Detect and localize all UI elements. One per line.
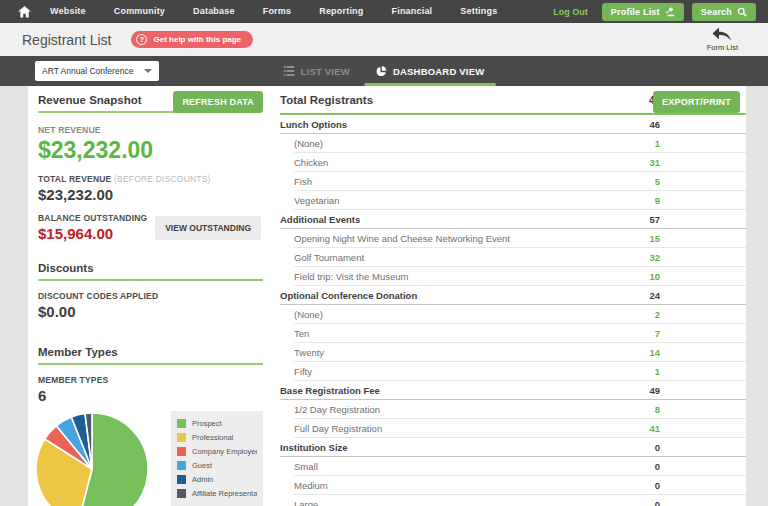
row-label: Fish	[280, 176, 640, 187]
legend-item: Prospect	[177, 419, 257, 428]
member-types-label: MEMBER TYPES	[38, 375, 266, 385]
total-revenue-label-text: TOTAL REVENUE	[38, 174, 111, 184]
table-row: Medium0	[280, 476, 746, 495]
discount-codes-value: $0.00	[38, 303, 266, 320]
row-label: Twenty	[280, 347, 640, 358]
row-count: 41	[640, 423, 660, 434]
table-row: (None)1	[280, 134, 746, 153]
search-button[interactable]: Search	[692, 3, 756, 21]
question-icon: ?	[136, 34, 147, 45]
row-label: (None)	[280, 309, 640, 320]
pie-legend: ProspectProfessionalCompany EmployeeGues…	[171, 411, 263, 506]
top-nav-bar: WebsiteCommunityDatabaseFormsReportingFi…	[0, 0, 768, 23]
form-list-action[interactable]: Form List	[707, 26, 738, 52]
total-revenue-note: (BEFORE DISCOUNTS)	[114, 174, 211, 184]
member-types-pie[interactable]	[32, 409, 152, 506]
legend-label: Company Employee	[192, 447, 257, 456]
pie-chart-icon	[376, 66, 387, 77]
net-revenue-label: NET REVENUE	[38, 125, 266, 135]
table-row: Large0	[280, 495, 746, 506]
nav-item-reporting[interactable]: Reporting	[305, 0, 377, 23]
row-count: 9	[640, 195, 660, 206]
table-row: Twenty14	[280, 343, 746, 362]
form-selector-value: ART Annual Conference	[42, 66, 133, 76]
row-label: Golf Tournament	[280, 252, 640, 263]
row-label: Base Registration Fee	[280, 385, 640, 396]
total-revenue-value: $23,232.00	[38, 186, 266, 203]
page-title: Registrant List	[22, 32, 111, 48]
row-label: Lunch Options	[280, 119, 640, 130]
nav-item-database[interactable]: Database	[179, 0, 249, 23]
nav-item-settings[interactable]: Settings	[446, 0, 511, 23]
help-badge[interactable]: ? Get help with this page	[131, 31, 253, 48]
legend-item: Professional	[177, 433, 257, 442]
export-print-button[interactable]: EXPORT/PRINT	[653, 91, 740, 113]
member-types-count: 6	[38, 387, 266, 404]
refresh-data-button[interactable]: REFRESH DATA	[173, 91, 263, 113]
discounts-title: Discounts	[38, 262, 263, 281]
row-label: 1/2 Day Registration	[280, 404, 640, 415]
table-row: (None)2	[280, 305, 746, 324]
form-list-label: Form List	[707, 43, 738, 52]
help-badge-label: Get help with this page	[153, 35, 241, 44]
row-count: 46	[640, 119, 660, 130]
home-icon[interactable]	[12, 6, 36, 18]
row-label: Opening Night Wine and Cheese Networking…	[280, 233, 640, 244]
tab-dashboard-view-label: DASHBOARD VIEW	[393, 66, 484, 77]
row-count: 15	[640, 233, 660, 244]
table-row: Small0	[280, 457, 746, 476]
row-count: 0	[640, 499, 660, 506]
table-row: Golf Tournament32	[280, 248, 746, 267]
nav-item-website[interactable]: Website	[36, 0, 100, 23]
row-label: Full Day Registration	[280, 423, 640, 434]
tab-list-view[interactable]: LIST VIEW	[273, 56, 361, 86]
left-panel: REFRESH DATA Revenue Snapshot NET REVENU…	[28, 86, 266, 506]
row-count: 0	[640, 442, 660, 453]
row-label: Chicken	[280, 157, 640, 168]
table-row: Lunch Options46	[280, 115, 746, 134]
form-selector[interactable]: ART Annual Conference	[35, 61, 159, 81]
back-arrow-icon	[712, 26, 732, 42]
legend-item: Admin	[177, 475, 257, 484]
row-count: 7	[640, 328, 660, 339]
row-count: 49	[640, 385, 660, 396]
total-revenue-label: TOTAL REVENUE (BEFORE DISCOUNTS)	[38, 174, 266, 184]
table-row: Fifty1	[280, 362, 746, 381]
table-row: Fish5	[280, 172, 746, 191]
page-header: Registrant List ? Get help with this pag…	[0, 23, 768, 56]
chevron-down-icon	[144, 69, 152, 73]
legend-swatch	[177, 489, 186, 498]
table-row: Vegetarian9	[280, 191, 746, 210]
table-row: Chicken31	[280, 153, 746, 172]
log-out-link[interactable]: Log Out	[553, 7, 588, 17]
row-label: Optional Conference Donation	[280, 290, 640, 301]
row-count: 1	[640, 138, 660, 149]
legend-swatch	[177, 447, 186, 456]
legend-item: Guest	[177, 461, 257, 470]
row-count: 0	[640, 480, 660, 491]
nav-right: Log Out Profile List Search	[553, 3, 756, 21]
row-count: 57	[640, 214, 660, 225]
nav-items: WebsiteCommunityDatabaseFormsReportingFi…	[36, 0, 511, 23]
row-count: 2	[640, 309, 660, 320]
revenue-snapshot-title: Revenue Snapshot	[38, 94, 194, 113]
row-label: Ten	[280, 328, 640, 339]
tab-dashboard-view[interactable]: DASHBOARD VIEW	[365, 56, 495, 86]
profile-list-button[interactable]: Profile List	[602, 3, 684, 21]
row-count: 31	[640, 157, 660, 168]
balance-block: BALANCE OUTSTANDING $15,964.00 VIEW OUTS…	[38, 213, 266, 242]
member-types-title: Member Types	[38, 346, 263, 365]
row-label: Additional Events	[280, 214, 640, 225]
row-label: (None)	[280, 138, 640, 149]
row-count: 10	[640, 271, 660, 282]
view-outstanding-button[interactable]: VIEW OUTSTANDING	[155, 216, 261, 240]
nav-item-financial[interactable]: Financial	[378, 0, 447, 23]
tab-list-view-label: LIST VIEW	[301, 66, 350, 77]
nav-item-forms[interactable]: Forms	[249, 0, 306, 23]
nav-item-community[interactable]: Community	[100, 0, 179, 23]
registrants-header: Total Registrants 49 EXPORT/PRINT	[280, 94, 746, 115]
table-row: Institution Size0	[280, 438, 746, 457]
legend-label: Affiliate Representa...	[192, 489, 257, 498]
legend-swatch	[177, 461, 186, 470]
row-count: 14	[640, 347, 660, 358]
